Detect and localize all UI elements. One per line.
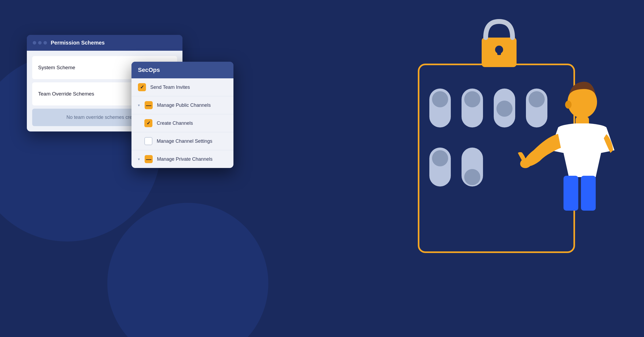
window-titlebar: Permission Schemes	[27, 35, 182, 51]
svg-point-13	[432, 150, 448, 166]
bg-circle-right	[107, 203, 268, 337]
svg-rect-20	[564, 176, 578, 211]
permission-item-create-channels[interactable]: ✓ Create Channels	[131, 114, 233, 132]
svg-point-11	[529, 91, 545, 107]
svg-point-17	[565, 101, 572, 109]
expand-arrow-private-icon: ▾	[138, 157, 140, 161]
manage-channel-settings-label: Manage Channel Settings	[157, 138, 212, 144]
checkmark-create-icon: ✓	[147, 120, 151, 126]
window-dots	[33, 41, 47, 45]
window-dot-3	[43, 41, 47, 45]
right-illustration	[402, 16, 631, 311]
window-dot-2	[38, 41, 42, 45]
permission-item-manage-public-channels[interactable]: ▾ — Manage Public Channels	[131, 96, 233, 114]
secops-panel: SecOps ✓ Send Team Invites ▾ — Manage Pu…	[131, 62, 233, 168]
permission-item-send-team-invites[interactable]: ✓ Send Team Invites	[131, 78, 233, 96]
permission-item-manage-channel-settings[interactable]: Manage Channel Settings	[131, 132, 233, 150]
expand-arrow-icon: ▾	[138, 103, 140, 107]
team-override-scheme-name: Team Override Schemes	[38, 91, 94, 97]
minus-private-icon: —	[146, 156, 151, 162]
window-title: Permission Schemes	[51, 40, 105, 46]
svg-point-7	[464, 91, 480, 107]
secops-header: SecOps	[131, 62, 233, 78]
manage-public-channels-label: Manage Public Channels	[157, 102, 211, 108]
svg-rect-21	[581, 176, 596, 211]
checkbox-manage-channel-settings[interactable]	[144, 137, 152, 145]
minus-icon: —	[146, 102, 151, 108]
system-scheme-name: System Scheme	[38, 65, 75, 71]
secops-body: ✓ Send Team Invites ▾ — Manage Public Ch…	[131, 78, 233, 168]
checkbox-manage-public-channels[interactable]: —	[145, 101, 153, 109]
svg-rect-3	[497, 50, 501, 55]
checkbox-send-team-invites[interactable]: ✓	[138, 83, 146, 91]
window-dot-1	[33, 41, 36, 45]
svg-point-9	[496, 101, 513, 117]
manage-private-channels-label: Manage Private Channels	[157, 156, 213, 162]
permission-item-manage-private-channels[interactable]: ▾ — Manage Private Channels	[131, 150, 233, 168]
svg-point-15	[464, 169, 480, 185]
checkbox-manage-private-channels[interactable]: —	[145, 155, 153, 163]
secops-title: SecOps	[138, 67, 160, 73]
svg-point-5	[432, 91, 448, 107]
checkbox-create-channels[interactable]: ✓	[144, 119, 152, 127]
create-channels-label: Create Channels	[157, 120, 193, 126]
checkmark-icon: ✓	[140, 84, 144, 90]
send-team-invites-label: Send Team Invites	[150, 85, 190, 90]
